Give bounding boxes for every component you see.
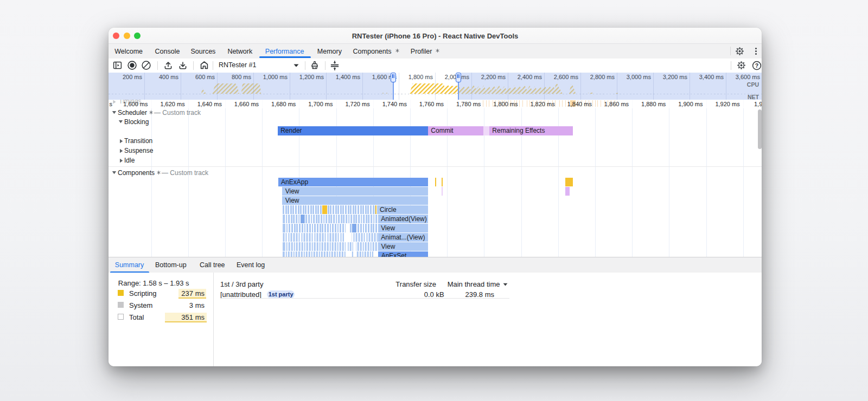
svg-text:?: ? bbox=[755, 62, 758, 68]
